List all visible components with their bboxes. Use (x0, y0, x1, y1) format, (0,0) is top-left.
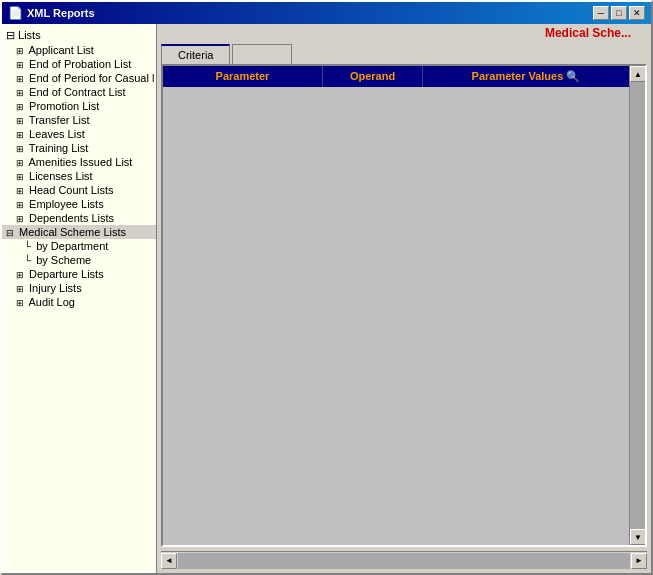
minimize-button[interactable]: ─ (593, 6, 609, 20)
main-window: 📄 XML Reports ─ □ ✕ ⊟ Lists ⊞ Applicant … (0, 0, 653, 575)
expand-icon: ⊞ (16, 102, 24, 112)
title-bar-controls: ─ □ ✕ (593, 6, 645, 20)
scroll-down-button[interactable]: ▼ (630, 529, 646, 545)
expand-icon: ⊞ (16, 298, 24, 308)
expand-icon: ⊞ (16, 172, 24, 182)
tree-item-period-casual[interactable]: ⊞ End of Period for Casual l (2, 71, 156, 85)
tree-item-probation[interactable]: ⊞ End of Probation List (2, 57, 156, 71)
tab-criteria[interactable]: Criteria (161, 44, 230, 64)
dash-icon: └ (24, 241, 31, 252)
title-bar: 📄 XML Reports ─ □ ✕ (2, 2, 651, 24)
tree-item-by-department[interactable]: └ by Department (2, 239, 156, 253)
dash-icon: └ (24, 255, 31, 266)
tree-item-headcount[interactable]: ⊞ Head Count Lists (2, 183, 156, 197)
expand-icon: ⊞ (16, 88, 24, 98)
expand-icon-minus: ⊟ (6, 228, 14, 238)
report-title: Medical Sche... (545, 26, 631, 40)
expand-icon: ⊞ (16, 158, 24, 168)
expand-icon: ⊞ (16, 270, 24, 280)
tree-item-promotion[interactable]: ⊞ Promotion List (2, 99, 156, 113)
grid-body (163, 87, 629, 545)
tree-item-amenities[interactable]: ⊞ Amenities Issued List (2, 155, 156, 169)
expand-icon: ⊞ (16, 214, 24, 224)
expand-icon: ⊞ (16, 116, 24, 126)
window-icon: 📄 (8, 6, 23, 20)
close-button[interactable]: ✕ (629, 6, 645, 20)
tree-item-contract[interactable]: ⊞ End of Contract List (2, 85, 156, 99)
tree-item-audit[interactable]: ⊞ Audit Log (2, 295, 156, 309)
expand-icon: ⊞ (16, 200, 24, 210)
scroll-track-horizontal[interactable] (178, 553, 630, 569)
tree-item-transfer[interactable]: ⊞ Transfer List (2, 113, 156, 127)
expand-icon: ⊞ (16, 144, 24, 154)
tree-item-licenses[interactable]: ⊞ Licenses List (2, 169, 156, 183)
tree-root[interactable]: ⊟ Lists (2, 28, 156, 43)
expand-icon: ⊞ (16, 284, 24, 294)
tree-item-by-scheme[interactable]: └ by Scheme (2, 253, 156, 267)
expand-icon: ⊞ (16, 74, 24, 84)
expand-icon: ⊞ (16, 130, 24, 140)
scroll-track-vertical[interactable] (630, 82, 645, 529)
tree-item-medical-scheme[interactable]: ⊟ Medical Scheme Lists (2, 225, 156, 239)
tree-item-departure[interactable]: ⊞ Departure Lists (2, 267, 156, 281)
window-content: ⊟ Lists ⊞ Applicant List ⊞ End of Probat… (2, 24, 651, 573)
sidebar: ⊟ Lists ⊞ Applicant List ⊞ End of Probat… (2, 24, 157, 573)
tab-empty[interactable] (232, 44, 292, 64)
column-parameter: Parameter (163, 66, 323, 87)
tree-item-leaves[interactable]: ⊞ Leaves List (2, 127, 156, 141)
tree-item-injury[interactable]: ⊞ Injury Lists (2, 281, 156, 295)
column-parameter-values: Parameter Values 🔍 (423, 66, 629, 87)
tree-item-applicant[interactable]: ⊞ Applicant List (2, 43, 156, 57)
column-operand: Operand (323, 66, 423, 87)
tree-item-employee[interactable]: ⊞ Employee Lists (2, 197, 156, 211)
tree-item-training[interactable]: ⊞ Training List (2, 141, 156, 155)
right-panel: Medical Sche... Criteria Parameter Opera… (157, 24, 651, 573)
grid-header: Parameter Operand Parameter Values 🔍 (163, 66, 629, 87)
expand-icon: ⊞ (16, 186, 24, 196)
window-title: XML Reports (27, 7, 95, 19)
title-bar-left: 📄 XML Reports (8, 6, 95, 20)
expand-icon: ⊞ (16, 46, 24, 56)
maximize-button[interactable]: □ (611, 6, 627, 20)
scroll-up-button[interactable]: ▲ (630, 66, 646, 82)
bottom-scrollbar: ◄ ► (161, 551, 647, 569)
expand-icon: ⊞ (16, 60, 24, 70)
scroll-left-button[interactable]: ◄ (161, 553, 177, 569)
tree-item-dependents[interactable]: ⊞ Dependents Lists (2, 211, 156, 225)
scroll-right-button[interactable]: ► (631, 553, 647, 569)
